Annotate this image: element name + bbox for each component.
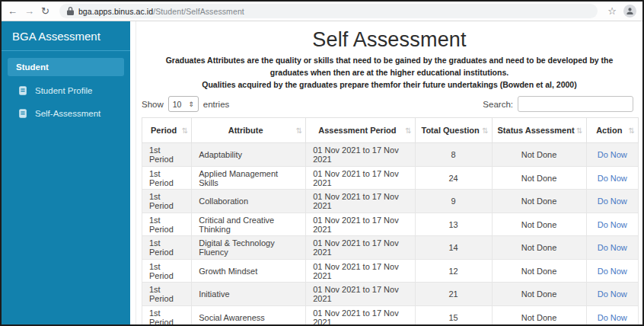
cell-total-question: 12 bbox=[415, 259, 492, 283]
cell-attribute: Initiative bbox=[192, 283, 306, 306]
sort-icon: ⇅ bbox=[482, 126, 488, 135]
column-header-assessment-period[interactable]: Assessment Period⇅ bbox=[306, 118, 415, 143]
column-label: Total Question bbox=[422, 126, 480, 135]
cell-attribute: Social Awareness bbox=[192, 305, 306, 324]
cell-period: 1st Period bbox=[142, 166, 192, 190]
do-now-link[interactable]: Do Now bbox=[598, 197, 627, 206]
cell-attribute: Collaboration bbox=[192, 190, 306, 213]
forward-icon[interactable]: → bbox=[24, 6, 34, 16]
column-label: Assessment Period bbox=[318, 126, 396, 135]
cell-total-question: 14 bbox=[415, 236, 492, 260]
cell-total-question: 15 bbox=[415, 305, 492, 324]
table-row: 1st PeriodDigital & Technology Fluency01… bbox=[142, 236, 639, 260]
cell-assessment-period: 01 Nov 2021 to 17 Nov 2021 bbox=[306, 259, 415, 283]
table-row: 1st PeriodCritical and Creative Thinking… bbox=[142, 213, 639, 236]
table-row: 1st PeriodCollaboration01 Nov 2021 to 17… bbox=[142, 190, 639, 213]
cell-period: 1st Period bbox=[142, 213, 192, 236]
cell-period: 1st Period bbox=[142, 283, 192, 306]
sidebar-item-self-assessment[interactable]: Self-Assessment bbox=[2, 102, 130, 125]
journal-icon bbox=[18, 108, 28, 119]
do-now-link[interactable]: Do Now bbox=[598, 220, 627, 229]
cell-action: Do Now bbox=[586, 305, 639, 324]
cell-assessment-period: 01 Nov 2021 to 17 Nov 2021 bbox=[306, 305, 415, 324]
column-label: Period bbox=[151, 126, 177, 135]
url-path: /Student/SelfAssessment bbox=[153, 7, 244, 16]
show-label: Show bbox=[142, 100, 164, 109]
cell-status-assessment: Not Done bbox=[492, 166, 586, 190]
sidebar-item-student-profile[interactable]: Student Profile bbox=[2, 79, 130, 102]
page-size-select[interactable]: 10 ⇕ bbox=[168, 96, 199, 112]
app-window: BGA Assessment Student Student Profile S… bbox=[2, 21, 642, 324]
search-label: Search: bbox=[483, 100, 513, 109]
column-label: Action bbox=[596, 126, 622, 135]
app-title: BGA Assessment bbox=[2, 21, 130, 51]
do-now-link[interactable]: Do Now bbox=[598, 267, 627, 276]
table-row: 1st PeriodInitiative01 Nov 2021 to 17 No… bbox=[142, 283, 639, 306]
column-header-action[interactable]: Action⇅ bbox=[586, 118, 639, 143]
search-input[interactable] bbox=[518, 96, 633, 112]
search-control: Search: bbox=[483, 96, 633, 112]
page-description: Graduates Attributes are the quality or … bbox=[136, 55, 642, 91]
bookmark-star-icon[interactable]: ☆ bbox=[607, 5, 617, 17]
cell-status-assessment: Not Done bbox=[492, 259, 586, 283]
cell-attribute: Growth Mindset bbox=[192, 259, 306, 283]
cell-attribute: Critical and Creative Thinking bbox=[192, 213, 306, 236]
cell-attribute: Applied Management Skills bbox=[192, 166, 306, 190]
cell-total-question: 13 bbox=[415, 213, 492, 236]
browser-toolbar: ← → ↻ bga.apps.binus.ac.id/Student/SelfA… bbox=[2, 2, 642, 21]
page-size-control: Show 10 ⇕ entries bbox=[142, 96, 229, 112]
do-now-link[interactable]: Do Now bbox=[598, 174, 627, 183]
cell-status-assessment: Not Done bbox=[492, 143, 586, 167]
cell-status-assessment: Not Done bbox=[492, 305, 586, 324]
cell-action: Do Now bbox=[586, 190, 639, 213]
column-header-total-question[interactable]: Total Question⇅ bbox=[415, 118, 492, 143]
assessment-table: Period⇅Attribute⇅Assessment Period⇅Total… bbox=[142, 117, 639, 324]
cell-status-assessment: Not Done bbox=[492, 236, 586, 260]
cell-status-assessment: Not Done bbox=[492, 190, 586, 213]
cell-assessment-period: 01 Nov 2021 to 17 Nov 2021 bbox=[306, 166, 415, 190]
table-body: 1st PeriodAdaptability01 Nov 2021 to 17 … bbox=[142, 143, 639, 324]
table-row: 1st PeriodSocial Awareness01 Nov 2021 to… bbox=[142, 305, 639, 324]
cell-assessment-period: 01 Nov 2021 to 17 Nov 2021 bbox=[306, 190, 415, 213]
table-header: Period⇅Attribute⇅Assessment Period⇅Total… bbox=[142, 118, 639, 143]
address-bar[interactable]: bga.apps.binus.ac.id/Student/SelfAssessm… bbox=[59, 4, 598, 18]
cell-status-assessment: Not Done bbox=[492, 283, 586, 306]
cell-attribute: Adaptability bbox=[192, 143, 306, 167]
description-line-1: Graduates Attributes are the quality or … bbox=[156, 55, 623, 79]
cell-action: Do Now bbox=[586, 143, 639, 167]
cell-action: Do Now bbox=[586, 166, 639, 190]
sidebar-section-student[interactable]: Student bbox=[8, 58, 124, 76]
cell-action: Do Now bbox=[586, 259, 639, 283]
cell-assessment-period: 01 Nov 2021 to 17 Nov 2021 bbox=[306, 283, 415, 306]
table-header-row: Period⇅Attribute⇅Assessment Period⇅Total… bbox=[142, 118, 639, 143]
do-now-link[interactable]: Do Now bbox=[598, 289, 627, 299]
cell-total-question: 21 bbox=[415, 283, 492, 306]
column-header-period[interactable]: Period⇅ bbox=[142, 118, 192, 143]
cell-attribute: Digital & Technology Fluency bbox=[192, 236, 306, 260]
cell-action: Do Now bbox=[586, 213, 639, 236]
cell-assessment-period: 01 Nov 2021 to 17 Nov 2021 bbox=[306, 213, 415, 236]
sidebar: BGA Assessment Student Student Profile S… bbox=[2, 21, 130, 324]
entries-label: entries bbox=[203, 100, 230, 109]
reload-icon[interactable]: ↻ bbox=[41, 6, 49, 16]
column-header-status-assessment[interactable]: Status Assessment⇅ bbox=[492, 118, 586, 143]
sidebar-item-label: Student Profile bbox=[35, 86, 92, 95]
cell-total-question: 8 bbox=[415, 143, 492, 167]
table-controls: Show 10 ⇕ entries Search: bbox=[142, 96, 633, 112]
back-icon[interactable]: ← bbox=[8, 6, 18, 16]
do-now-link[interactable]: Do Now bbox=[598, 243, 627, 252]
main-content: Self Assessment Graduates Attributes are… bbox=[135, 21, 642, 324]
cell-status-assessment: Not Done bbox=[492, 213, 586, 236]
sort-icon: ⇅ bbox=[629, 126, 635, 135]
profile-avatar[interactable] bbox=[623, 5, 636, 18]
cell-period: 1st Period bbox=[142, 236, 192, 260]
cell-period: 1st Period bbox=[142, 259, 192, 283]
do-now-link[interactable]: Do Now bbox=[598, 313, 627, 322]
cell-period: 1st Period bbox=[142, 190, 192, 213]
cell-total-question: 24 bbox=[415, 166, 492, 190]
column-header-attribute[interactable]: Attribute⇅ bbox=[192, 118, 306, 143]
cell-total-question: 9 bbox=[415, 190, 492, 213]
column-label: Attribute bbox=[228, 126, 263, 135]
column-label: Status Assessment bbox=[498, 126, 575, 135]
do-now-link[interactable]: Do Now bbox=[598, 150, 627, 159]
